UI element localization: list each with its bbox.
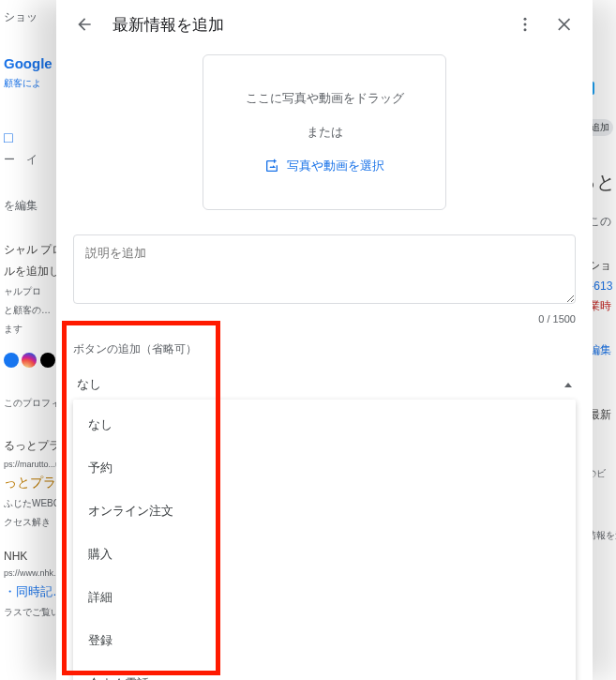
more-button[interactable] [514, 13, 536, 36]
more-vert-icon [516, 15, 534, 34]
bg-google: Google [4, 55, 53, 71]
bg-cap1: このプロフィ [4, 397, 53, 410]
dropzone-drag-text: ここに写真や動画をドラッグ [246, 90, 404, 107]
button-add-label: ボタンの追加（省略可） [73, 341, 576, 357]
dropdown-option[interactable]: 購入 [73, 533, 576, 576]
bg-p3: ャルプロ [4, 285, 53, 298]
add-photo-icon [264, 159, 279, 174]
dropdown-option[interactable]: オンライン注文 [73, 490, 576, 533]
char-counter: 0 / 1500 [73, 313, 576, 325]
svg-point-2 [524, 28, 527, 31]
bg-nhk: NHK [4, 550, 53, 563]
caret-up-icon [564, 383, 572, 387]
close-icon [555, 15, 574, 34]
dropdown-option[interactable]: 登録 [73, 619, 576, 662]
button-type-select[interactable]: なし [73, 367, 576, 403]
media-dropzone[interactable]: ここに写真や動画をドラッグ または 写真や動画を選択 [203, 54, 446, 210]
bg-tab: ショッ [4, 9, 53, 25]
bg-last2: ラスでご覧い [4, 606, 53, 619]
close-button[interactable] [553, 13, 576, 36]
svg-point-0 [524, 18, 527, 21]
button-add-section: ボタンの追加（省略可） なし なし予約オンライン注文購入詳細登録今すぐ電話 [73, 341, 576, 403]
modal-body: ここに写真や動画をドラッグ または 写真や動画を選択 0 / 1500 ボタンの… [56, 49, 593, 680]
bg-p4: と顧客の… [4, 304, 53, 317]
dropzone-or-text: または [307, 124, 343, 141]
bg-edit: を編集 [4, 198, 53, 214]
bg-sub: 顧客によ [4, 77, 53, 90]
dropdown-option[interactable]: 予約 [73, 446, 576, 490]
dropdown-option[interactable]: 詳細 [73, 576, 576, 619]
bg-left-strip: ショッ Google 顧客によ □ ー イ を編集 シャル プロ ルを追加し ャ… [0, 0, 56, 680]
select-media-button[interactable]: 写真や動画を選択 [264, 158, 384, 174]
add-update-modal: 最新情報を追加 ここに写真や動画をドラッグ または 写真や動画を選択 0 / 1… [56, 0, 593, 680]
description-wrap: 0 / 1500 [73, 234, 576, 325]
dropdown-option[interactable]: 今すぐ電話 [73, 662, 576, 680]
bg-b1: るっとプラス [4, 438, 53, 454]
arrow-left-icon [75, 15, 94, 34]
back-button[interactable] [73, 13, 96, 36]
button-type-value: なし [77, 376, 101, 393]
bg-p5: ます [4, 323, 53, 336]
button-type-dropdown: なし予約オンライン注文購入詳細登録今すぐ電話 [73, 400, 576, 680]
bg-b4: クセス解き [4, 516, 53, 529]
select-media-label: 写真や動画を選択 [287, 158, 384, 174]
modal-header: 最新情報を追加 [56, 0, 593, 49]
bg-b2: っとプラス [4, 475, 53, 491]
bg-p1: シャル プロ [4, 242, 53, 258]
bg-b3: ふじたWEBC 業 [4, 497, 53, 510]
modal-title: 最新情報を追加 [113, 14, 497, 36]
description-input[interactable] [73, 234, 576, 304]
bg-last: ・同時記… [4, 583, 53, 600]
dropdown-option[interactable]: なし [73, 403, 576, 446]
bg-p2: ルを追加し [4, 264, 53, 280]
svg-point-1 [524, 23, 527, 26]
